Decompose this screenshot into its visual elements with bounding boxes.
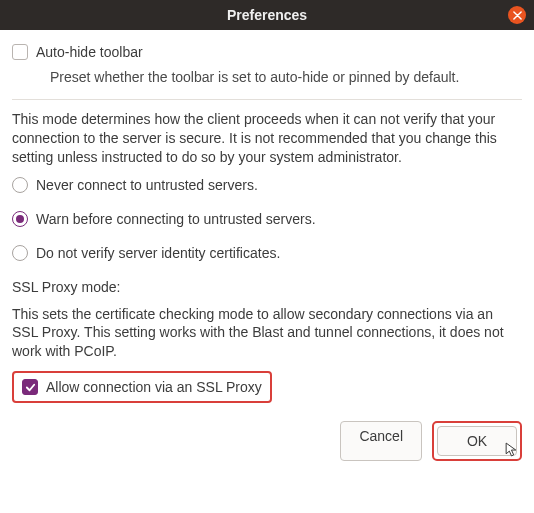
autohide-checkbox[interactable] bbox=[12, 44, 28, 60]
radio-warn-row[interactable]: Warn before connecting to untrusted serv… bbox=[12, 211, 522, 227]
sslproxy-checkbox[interactable] bbox=[22, 379, 38, 395]
autohide-row: Auto-hide toolbar bbox=[12, 44, 522, 60]
window-title: Preferences bbox=[0, 7, 534, 23]
radio-noverify-row[interactable]: Do not verify server identity certificat… bbox=[12, 245, 522, 261]
radio-never[interactable] bbox=[12, 177, 28, 193]
titlebar: Preferences bbox=[0, 0, 534, 30]
radio-never-label: Never connect to untrusted servers. bbox=[36, 177, 258, 193]
autohide-description: Preset whether the toolbar is set to aut… bbox=[50, 68, 522, 87]
radio-noverify[interactable] bbox=[12, 245, 28, 261]
sslproxy-highlight: Allow connection via an SSL Proxy bbox=[12, 371, 272, 403]
sslproxy-section-label: SSL Proxy mode: bbox=[12, 279, 522, 295]
ok-highlight: OK bbox=[432, 421, 522, 461]
separator bbox=[12, 99, 522, 100]
close-icon bbox=[513, 11, 522, 20]
radio-warn[interactable] bbox=[12, 211, 28, 227]
check-icon bbox=[25, 382, 36, 393]
close-button[interactable] bbox=[508, 6, 526, 24]
sslproxy-checkbox-label: Allow connection via an SSL Proxy bbox=[46, 379, 262, 395]
security-description: This mode determines how the client proc… bbox=[12, 110, 522, 167]
sslproxy-description: This sets the certificate checking mode … bbox=[12, 305, 522, 362]
radio-warn-label: Warn before connecting to untrusted serv… bbox=[36, 211, 316, 227]
autohide-label: Auto-hide toolbar bbox=[36, 44, 143, 60]
dialog-content: Auto-hide toolbar Preset whether the too… bbox=[0, 30, 534, 475]
button-row: Cancel OK bbox=[12, 421, 522, 461]
radio-never-row[interactable]: Never connect to untrusted servers. bbox=[12, 177, 522, 193]
radio-noverify-label: Do not verify server identity certificat… bbox=[36, 245, 280, 261]
cancel-button[interactable]: Cancel bbox=[340, 421, 422, 461]
cursor-icon bbox=[505, 442, 518, 457]
